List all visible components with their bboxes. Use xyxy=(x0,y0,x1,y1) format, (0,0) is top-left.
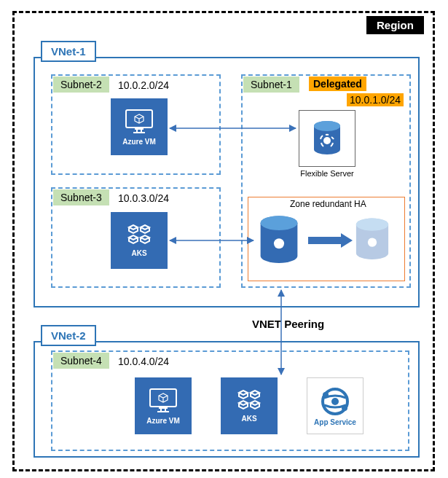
ha-primary-db xyxy=(256,214,302,267)
aks-tile-1: AKS xyxy=(111,212,168,269)
app-service-tile: App Service xyxy=(307,377,363,434)
aks-icon xyxy=(233,390,265,412)
app-service-label: App Service xyxy=(314,418,356,426)
svg-point-9 xyxy=(368,238,377,247)
app-service-icon xyxy=(320,386,350,417)
svg-point-14 xyxy=(342,405,347,411)
subnet2-label: Subnet-2 xyxy=(53,77,109,93)
database-icon xyxy=(256,214,302,267)
svg-point-13 xyxy=(323,392,329,398)
svg-point-5 xyxy=(261,216,298,230)
svg-point-8 xyxy=(356,219,388,231)
subnet1-cidr: 10.0.1.0/24 xyxy=(347,93,404,106)
ha-standby-db xyxy=(353,217,392,262)
azure-vm-tile-1: Azure VM xyxy=(111,98,168,155)
vnet2-label: VNet-2 xyxy=(41,325,96,346)
subnet1-label: Subnet-1 xyxy=(243,77,299,93)
azure-vm-label-1: Azure VM xyxy=(122,138,156,146)
azure-vm-label-2: Azure VM xyxy=(146,417,180,425)
svg-point-2 xyxy=(314,121,340,131)
aks-label-2: AKS xyxy=(241,415,256,423)
aks-tile-2: AKS xyxy=(221,377,278,434)
vnet1-label: VNet-1 xyxy=(41,41,96,62)
vnet-peering-label: VNET Peering xyxy=(252,318,324,330)
azure-vm-tile-2: Azure VM xyxy=(135,377,192,434)
subnet4-label: Subnet-4 xyxy=(53,353,109,369)
svg-point-6 xyxy=(274,238,284,248)
database-icon xyxy=(353,217,392,262)
subnet2-cidr: 10.0.2.0/24 xyxy=(118,79,169,91)
ha-label: Zone redundant HA xyxy=(290,199,366,209)
subnet3-label: Subnet-3 xyxy=(53,189,109,205)
subnet4-cidr: 10.0.4.0/24 xyxy=(118,356,169,367)
subnet3-cidr: 10.0.3.0/24 xyxy=(118,192,169,204)
diagram-canvas: Region VNet-1 Subnet-2 10.0.2.0/24 Azure… xyxy=(0,0,448,478)
aks-label-1: AKS xyxy=(131,249,146,257)
svg-point-3 xyxy=(323,137,331,144)
database-icon xyxy=(311,120,343,157)
flexible-server-tile xyxy=(299,110,355,167)
flexible-server-label: Flexible Server xyxy=(299,169,355,178)
region-label: Region xyxy=(366,16,424,34)
vm-icon xyxy=(149,388,178,414)
vm-icon xyxy=(125,109,154,135)
svg-point-12 xyxy=(331,398,339,405)
aks-icon xyxy=(123,224,155,246)
delegated-badge: Delegated xyxy=(309,77,366,91)
